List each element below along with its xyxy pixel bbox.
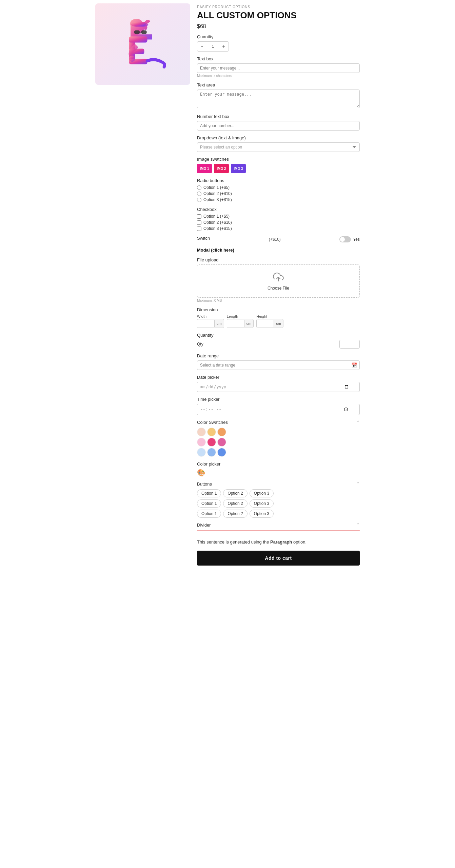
checkbox-option-2[interactable]: Option 2 (+$10): [197, 220, 360, 225]
file-upload-section: File upload Choose File Maximum: X MB: [197, 257, 360, 302]
paragraph-text-after: option.: [292, 539, 306, 545]
quantity2-input[interactable]: [339, 340, 360, 349]
textarea-input[interactable]: [197, 90, 360, 108]
radio-input-2[interactable]: [197, 192, 201, 196]
radio-label-2: Option 2 (+$10): [203, 191, 232, 196]
toggle-switch[interactable]: [339, 236, 351, 242]
date-range-section: Date range 📅: [197, 353, 360, 370]
buttons-row1-opt3[interactable]: Option 3: [250, 489, 274, 497]
radio-label-1: Option 1 (+$5): [203, 185, 230, 190]
chevron-up-icon: ⌃: [356, 420, 360, 425]
file-upload-box[interactable]: Choose File: [197, 264, 360, 298]
color-swatch-8[interactable]: [207, 448, 216, 457]
dimension-height: Height cm: [256, 314, 283, 328]
quantity-section: Quantity - 1 +: [197, 34, 360, 52]
time-picker-label: Time picker: [197, 397, 360, 402]
file-upload-button-text: Choose File: [268, 286, 289, 291]
dropdown-select[interactable]: Please select an option: [197, 142, 360, 152]
radio-buttons-label: Radio buttons: [197, 178, 360, 183]
quantity-controls: - 1 +: [197, 41, 229, 52]
time-picker-section: Time picker: [197, 397, 360, 415]
add-to-cart-button[interactable]: Add to cart: [197, 551, 360, 566]
time-picker-wrapper: [197, 404, 360, 415]
dropdown-section: Dropdown (text & image) Please select an…: [197, 135, 360, 152]
date-range-label: Date range: [197, 353, 360, 358]
color-swatch-2[interactable]: [207, 428, 216, 436]
swatch-img-2[interactable]: IMG 2: [214, 164, 229, 173]
quantity2-row: Qty: [197, 340, 360, 349]
number-textbox-input[interactable]: [197, 121, 360, 131]
dimension-height-input[interactable]: [257, 319, 274, 328]
date-picker-section: Date picker: [197, 375, 360, 392]
buttons-row1-opt1[interactable]: Option 1: [197, 489, 221, 497]
color-swatch-6[interactable]: [217, 438, 226, 447]
divider-header[interactable]: Divider ⌃: [197, 522, 360, 528]
product-image: [95, 3, 190, 85]
dimension-width: Width cm: [197, 314, 224, 328]
swatch-img-3[interactable]: IMG 3: [231, 164, 246, 173]
switch-section: Switch (+$10) Yes: [197, 236, 360, 243]
divider-section: Divider ⌃: [197, 522, 360, 534]
image-swatches-label: Image swatches: [197, 157, 360, 162]
divider-line-3: [197, 534, 360, 534]
buttons-row2-opt2[interactable]: Option 2: [223, 499, 247, 508]
dimension-width-input[interactable]: [197, 319, 214, 328]
divider-chevron-up-icon: ⌃: [356, 522, 360, 527]
buttons-row1-opt2[interactable]: Option 2: [223, 489, 247, 497]
radio-input-1[interactable]: [197, 185, 201, 190]
checkbox-input-3[interactable]: [197, 226, 201, 231]
textbox-input[interactable]: [197, 63, 360, 73]
checkbox-input-2[interactable]: [197, 220, 201, 225]
dropdown-label: Dropdown (text & image): [197, 135, 360, 140]
buttons-row-3: Option 1 Option 2 Option 3: [197, 510, 360, 518]
upload-icon: [273, 272, 284, 284]
color-swatches-header[interactable]: Color Swatches ⌃: [197, 420, 360, 425]
quantity-minus-button[interactable]: -: [197, 42, 207, 51]
switch-label: Switch: [197, 236, 210, 241]
color-swatch-9[interactable]: [217, 448, 226, 457]
date-picker-input[interactable]: [197, 382, 360, 392]
checkbox-input-1[interactable]: [197, 214, 201, 219]
radio-input-3[interactable]: [197, 198, 201, 202]
right-panel: EASIFY PRODUCT OPTIONS ALL CUSTOM OPTION…: [197, 3, 360, 567]
color-picker-icon[interactable]: 🎨: [197, 469, 360, 477]
modal-link[interactable]: Modal (click here): [197, 248, 360, 253]
color-swatch-3[interactable]: [217, 428, 226, 436]
buttons-row3-opt3[interactable]: Option 3: [250, 510, 274, 518]
svg-rect-3: [141, 31, 147, 34]
paragraph-text-before: This sentence is generated using the: [197, 539, 270, 545]
checkbox-label-2: Option 2 (+$10): [203, 220, 232, 225]
radio-option-1[interactable]: Option 1 (+$5): [197, 185, 360, 190]
radio-group: Option 1 (+$5) Option 2 (+$10) Option 3 …: [197, 185, 360, 202]
divider-line-1: [197, 530, 360, 531]
color-swatch-7[interactable]: [197, 448, 206, 457]
buttons-row2-opt1[interactable]: Option 1: [197, 499, 221, 508]
radio-option-2[interactable]: Option 2 (+$10): [197, 191, 360, 196]
svg-point-9: [129, 56, 135, 62]
quantity2-section: Quantity Qty: [197, 333, 360, 349]
date-range-input[interactable]: [197, 360, 360, 370]
buttons-row2-opt3[interactable]: Option 3: [250, 499, 274, 508]
swatch-img-1[interactable]: IMG 1: [197, 164, 212, 173]
divider-line-2: [197, 532, 360, 532]
radio-label-3: Option 3 (+$15): [203, 197, 232, 202]
switch-yes-label: Yes: [353, 237, 360, 242]
dimension-length-input[interactable]: [227, 319, 244, 328]
date-picker-wrapper: [197, 382, 360, 392]
color-swatch-4[interactable]: [197, 438, 206, 447]
color-swatch-5[interactable]: [207, 438, 216, 447]
color-picker-section: Color picker 🎨: [197, 461, 360, 477]
buttons-header[interactable]: Buttons ⌃: [197, 481, 360, 487]
checkbox-label-1: Option 1 (+$5): [203, 214, 230, 219]
time-picker-input[interactable]: [197, 404, 360, 415]
paragraph-section: This sentence is generated using the Par…: [197, 539, 360, 546]
buttons-row3-opt2[interactable]: Option 2: [223, 510, 247, 518]
radio-option-3[interactable]: Option 3 (+$15): [197, 197, 360, 202]
buttons-row3-opt1[interactable]: Option 1: [197, 510, 221, 518]
color-swatches-label: Color Swatches: [197, 420, 228, 425]
checkbox-option-3[interactable]: Option 3 (+$15): [197, 226, 360, 231]
image-swatches-section: Image swatches IMG 1 IMG 2 IMG 3: [197, 157, 360, 173]
checkbox-option-1[interactable]: Option 1 (+$5): [197, 214, 360, 219]
color-swatch-1[interactable]: [197, 428, 206, 436]
quantity-plus-button[interactable]: +: [219, 42, 229, 51]
